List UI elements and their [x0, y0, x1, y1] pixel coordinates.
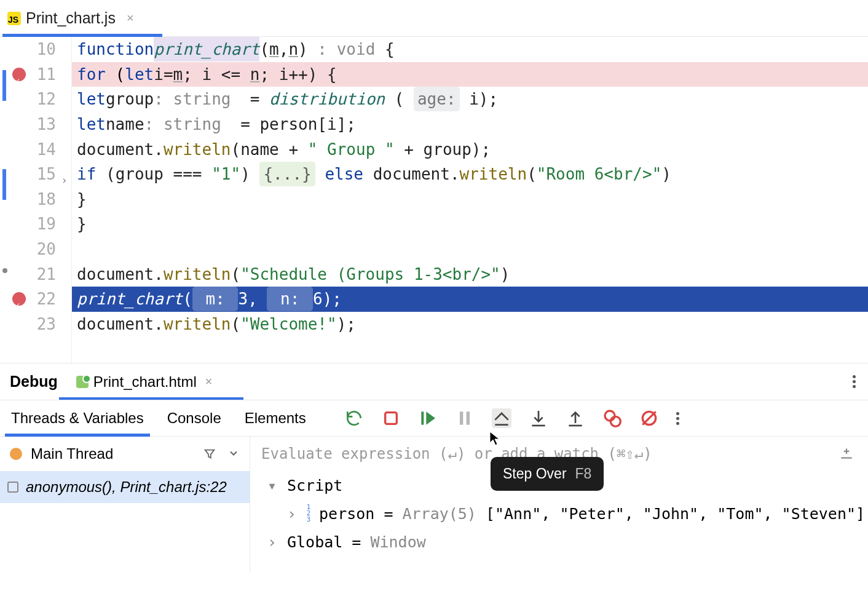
gutter: 10 11 12 13 14 ›15 18 19 20 21 22 23	[0, 37, 72, 363]
html-icon	[76, 376, 89, 388]
svg-rect-1	[421, 411, 424, 424]
tooltip-label: Step Over	[503, 466, 567, 482]
code-line: let name : string = person[i];	[72, 112, 868, 137]
svg-rect-0	[385, 413, 397, 424]
step-over-button[interactable]	[492, 408, 511, 428]
breakpoint-icon[interactable]	[12, 292, 26, 306]
breakpoint-icon[interactable]	[12, 68, 26, 81]
more-icon[interactable]	[676, 412, 679, 425]
code-area[interactable]: function print_chart(m,n) : void { for (…	[72, 37, 868, 363]
stack-frame[interactable]: anonymous(), Print_chart.js:22	[0, 471, 250, 503]
folded-region[interactable]: {...}	[259, 162, 315, 186]
editor-tabbar: JS Print_chart.js ×	[0, 0, 868, 37]
tooltip-shortcut: F8	[575, 466, 592, 482]
view-breakpoints-button[interactable]	[602, 408, 622, 428]
file-tab[interactable]: JS Print_chart.js ×	[7, 0, 134, 36]
code-line: let group : string = distribution ( age:…	[72, 87, 868, 112]
debug-header: Debug Print_chart.html ×	[0, 363, 868, 400]
array-icon: 123	[307, 504, 310, 523]
tooltip-step-over: Step Over F8	[491, 457, 604, 491]
thread-name: Main Thread	[31, 445, 113, 462]
code-line: document.writeln(name + " Group " + grou…	[72, 137, 868, 162]
code-line: }	[72, 187, 868, 212]
frame-label: anonymous(), Print_chart.js:22	[26, 478, 227, 496]
debug-config[interactable]: Print_chart.html ×	[76, 363, 213, 400]
variables-scope[interactable]: › Global = Window	[250, 528, 868, 556]
filter-icon[interactable]	[203, 447, 216, 461]
debug-title: Debug	[10, 373, 58, 391]
chevron-down-icon[interactable]: ▾	[267, 477, 280, 494]
close-icon[interactable]: ×	[127, 11, 134, 25]
chevron-down-icon[interactable]	[227, 447, 240, 459]
code-line: for (let i = m; i <= n; i++) {	[72, 62, 868, 87]
code-editor[interactable]: 10 11 12 13 14 ›15 18 19 20 21 22 23 fun…	[0, 37, 868, 363]
file-tab-label: Print_chart.js	[26, 9, 116, 27]
code-line: }	[72, 212, 868, 237]
svg-point-10	[610, 416, 620, 426]
resume-button[interactable]	[418, 408, 438, 428]
thread-header[interactable]: Main Thread	[0, 437, 250, 471]
mute-breakpoints-button[interactable]	[639, 408, 659, 428]
step-into-button[interactable]	[529, 408, 548, 428]
svg-point-9	[605, 411, 615, 421]
code-line	[72, 237, 868, 262]
code-line: document.writeln("Welcome!");	[72, 312, 868, 337]
code-line: document.writeln("Schedule (Groups 1-3<b…	[72, 261, 868, 287]
code-line: function print_chart(m,n) : void {	[72, 37, 868, 62]
inlay-hint: m:	[192, 287, 239, 311]
add-watch-icon[interactable]	[838, 445, 854, 464]
tab-threads-variables[interactable]: Threads & Variables	[11, 400, 144, 436]
js-icon: JS	[7, 12, 21, 25]
more-icon[interactable]	[853, 375, 856, 388]
variable-item[interactable]: › 123 person = Array(5) ["Ann", "Peter",…	[250, 499, 868, 528]
svg-rect-2	[460, 411, 463, 424]
rerun-button[interactable]	[344, 408, 364, 428]
debug-toolbar	[344, 408, 679, 428]
inlay-hint: n:	[267, 287, 313, 311]
code-line: if (group === "1") {...} else document.w…	[72, 162, 868, 187]
execution-line: print_chart( m: 3, n: 6);	[72, 287, 868, 312]
step-out-button[interactable]	[566, 408, 585, 428]
pause-button[interactable]	[455, 408, 475, 428]
debug-tabs: Threads & Variables Console Elements	[0, 400, 868, 437]
frames-panel: Main Thread anonymous(), Print_chart.js:…	[0, 437, 250, 572]
stop-button[interactable]	[381, 408, 401, 428]
line-number: 10	[37, 37, 56, 62]
svg-rect-3	[466, 411, 469, 424]
chevron-right-icon[interactable]: ›	[267, 533, 280, 551]
frame-icon	[7, 482, 18, 493]
thread-status-icon	[10, 448, 22, 460]
tab-console[interactable]: Console	[167, 400, 221, 436]
debug-file-label: Print_chart.html	[93, 373, 197, 391]
debug-panel: Main Thread anonymous(), Print_chart.js:…	[0, 437, 868, 572]
chevron-right-icon[interactable]: ›	[287, 505, 299, 523]
tab-elements[interactable]: Elements	[245, 400, 306, 436]
close-icon[interactable]: ×	[205, 375, 213, 389]
inlay-hint: age:	[414, 87, 460, 111]
